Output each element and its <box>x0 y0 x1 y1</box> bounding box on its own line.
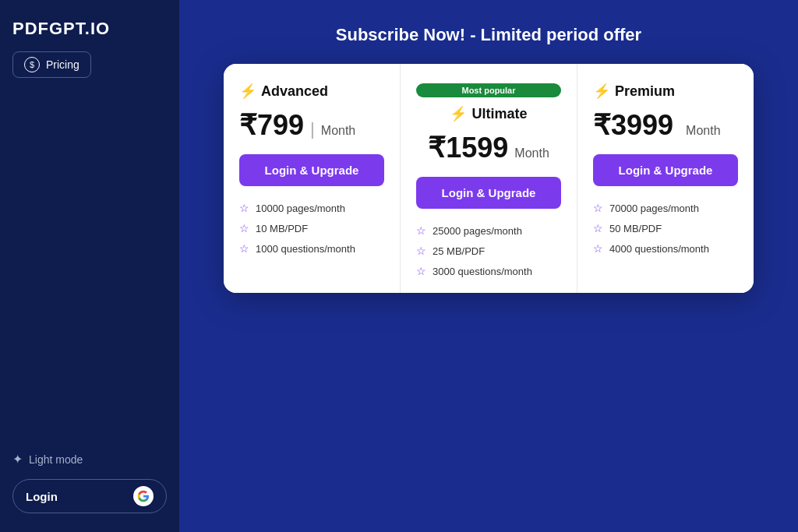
list-item: ☆ 50 MB/PDF <box>593 222 738 234</box>
advanced-name-label: Advanced <box>261 83 328 100</box>
ultimate-plan-icon: ⚡ <box>450 105 467 122</box>
plan-card-ultimate: Most popular ⚡ Ultimate ₹1599 Month Logi… <box>400 64 577 293</box>
list-item: ☆ 1000 questions/month <box>239 242 384 255</box>
light-mode-label: Light mode <box>29 453 83 466</box>
advanced-features-list: ☆ 10000 pages/month ☆ 10 MB/PDF ☆ 1000 q… <box>239 202 384 255</box>
feature-label: 10000 pages/month <box>256 203 345 214</box>
premium-name-label: Premium <box>615 83 675 100</box>
pricing-cards-container: ⚡ Advanced ₹799 | Month Login & Upgrade … <box>224 64 754 293</box>
feature-label: 4000 questions/month <box>609 243 709 255</box>
light-mode-toggle[interactable]: ✦ Light mode <box>12 452 167 467</box>
list-item: ☆ 4000 questions/month <box>593 242 738 255</box>
login-button[interactable]: Login <box>12 479 167 513</box>
ultimate-name-label: Ultimate <box>471 106 527 122</box>
app-logo: PDFGPT.IO <box>12 19 167 39</box>
subscribe-title: Subscribe Now! - Limited period offer <box>336 25 641 45</box>
list-item: ☆ 3000 questions/month <box>416 265 561 277</box>
premium-features-list: ☆ 70000 pages/month ☆ 50 MB/PDF ☆ 4000 q… <box>593 202 738 255</box>
plan-card-premium: ⚡ Premium ₹3999 Month Login & Upgrade ☆ … <box>577 64 754 293</box>
most-popular-badge: Most popular <box>416 83 561 97</box>
sidebar-bottom: ✦ Light mode Login <box>12 452 167 513</box>
premium-price: ₹3999 <box>593 109 673 142</box>
advanced-period: Month <box>321 124 355 138</box>
star-icon: ☆ <box>416 265 426 277</box>
advanced-price: ₹799 <box>239 109 304 142</box>
list-item: ☆ 10000 pages/month <box>239 202 384 214</box>
pricing-label: Pricing <box>46 58 79 71</box>
premium-upgrade-button[interactable]: Login & Upgrade <box>593 154 738 186</box>
feature-label: 25000 pages/month <box>433 225 522 237</box>
list-item: ☆ 25000 pages/month <box>416 224 561 237</box>
star-icon: ☆ <box>239 222 249 234</box>
list-item: ☆ 25 MB/PDF <box>416 245 561 257</box>
ultimate-upgrade-button[interactable]: Login & Upgrade <box>416 177 561 209</box>
feature-label: 1000 questions/month <box>256 243 355 255</box>
login-label: Login <box>26 490 58 503</box>
main-content: Subscribe Now! - Limited period offer ⚡ … <box>179 0 798 532</box>
sidebar: PDFGPT.IO $ Pricing ✦ Light mode Login <box>0 0 179 532</box>
feature-label: 70000 pages/month <box>609 203 699 214</box>
star-icon: ☆ <box>593 202 603 214</box>
plan-card-advanced: ⚡ Advanced ₹799 | Month Login & Upgrade … <box>224 64 400 293</box>
feature-label: 25 MB/PDF <box>433 245 485 257</box>
dollar-icon: $ <box>24 57 40 72</box>
star-icon: ☆ <box>416 245 426 257</box>
star-icon: ☆ <box>416 224 426 237</box>
advanced-divider: | <box>310 119 315 139</box>
star-icon: ☆ <box>593 242 603 255</box>
star-icon: ☆ <box>593 222 603 234</box>
premium-price-row: ₹3999 Month <box>593 109 738 142</box>
ultimate-price-row: ₹1599 Month <box>416 132 561 164</box>
advanced-price-row: ₹799 | Month <box>239 109 384 142</box>
premium-plan-icon: ⚡ <box>593 83 610 100</box>
google-icon <box>133 486 154 506</box>
advanced-plan-name: ⚡ Advanced <box>239 83 384 100</box>
ultimate-period: Month <box>514 146 549 160</box>
advanced-plan-icon: ⚡ <box>239 83 256 100</box>
feature-label: 10 MB/PDF <box>256 223 308 234</box>
star-icon: ☆ <box>239 242 249 255</box>
premium-plan-name: ⚡ Premium <box>593 83 738 100</box>
advanced-upgrade-button[interactable]: Login & Upgrade <box>239 154 384 186</box>
ultimate-features-list: ☆ 25000 pages/month ☆ 25 MB/PDF ☆ 3000 q… <box>416 224 561 277</box>
ultimate-plan-name: ⚡ Ultimate <box>416 105 561 122</box>
premium-period: Month <box>686 124 720 138</box>
feature-label: 3000 questions/month <box>433 266 532 277</box>
feature-label: 50 MB/PDF <box>609 223 662 234</box>
list-item: ☆ 70000 pages/month <box>593 202 738 214</box>
list-item: ☆ 10 MB/PDF <box>239 222 384 234</box>
sun-icon: ✦ <box>12 452 23 467</box>
star-icon: ☆ <box>239 202 249 214</box>
pricing-nav-button[interactable]: $ Pricing <box>12 51 91 78</box>
ultimate-price: ₹1599 <box>428 132 508 164</box>
